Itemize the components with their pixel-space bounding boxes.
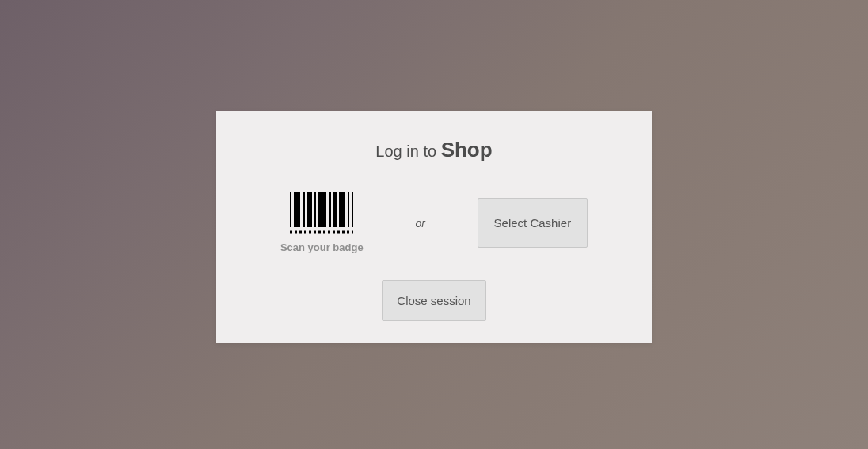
login-options-row: Scan your badge or Select Cashier [238, 192, 630, 253]
svg-rect-5 [318, 192, 326, 227]
login-title-prefix: Log in to [375, 143, 440, 160]
svg-rect-3 [307, 192, 312, 227]
login-title: Log in to Shop [238, 138, 630, 162]
svg-rect-4 [314, 192, 316, 227]
svg-rect-6 [329, 192, 331, 227]
or-separator: or [415, 217, 424, 230]
svg-rect-8 [339, 192, 345, 227]
login-card: Log in to Shop [216, 111, 652, 343]
svg-rect-10 [352, 192, 353, 227]
svg-rect-0 [290, 192, 291, 227]
shop-name: Shop [441, 138, 493, 162]
close-session-button[interactable]: Close session [382, 280, 485, 321]
barcode-icon [288, 192, 355, 237]
scan-badge-block: Scan your badge [280, 192, 364, 253]
close-session-row: Close session [238, 280, 630, 321]
select-cashier-button[interactable]: Select Cashier [478, 198, 588, 248]
svg-rect-1 [294, 192, 300, 227]
svg-rect-7 [333, 192, 337, 227]
svg-rect-2 [303, 192, 305, 227]
svg-rect-9 [348, 192, 349, 227]
scan-badge-label: Scan your badge [280, 242, 364, 253]
